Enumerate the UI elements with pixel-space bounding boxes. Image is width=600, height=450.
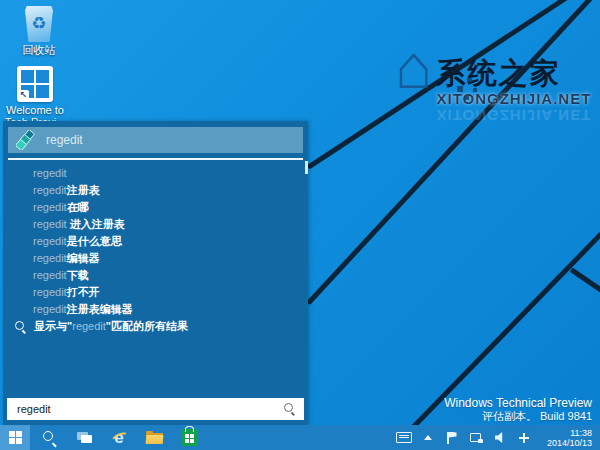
- search-icon: [15, 321, 26, 332]
- windows-logo-icon: [9, 431, 22, 444]
- volume-button[interactable]: [492, 425, 508, 450]
- suggestion-item[interactable]: regedit 编辑器: [3, 250, 308, 267]
- selected-search-result[interactable]: regedit: [8, 127, 303, 153]
- input-indicator-icon: [519, 433, 529, 443]
- speaker-icon: [495, 432, 506, 443]
- product-name: Windows Technical Preview: [444, 396, 592, 410]
- store-button[interactable]: [178, 425, 200, 450]
- house-logo-icon: ⌂: [395, 36, 432, 98]
- flag-icon: [447, 432, 457, 444]
- internet-explorer-button[interactable]: e: [108, 425, 130, 450]
- wallpaper-beam: [570, 267, 600, 295]
- panel-separator: [8, 158, 303, 160]
- suggestion-item[interactable]: regedit 打不开: [3, 284, 308, 301]
- suggestion-item[interactable]: regedit 下载: [3, 267, 308, 284]
- search-box: [7, 398, 304, 420]
- recycle-bin-label: 回收站: [8, 44, 70, 56]
- suggestion-item[interactable]: regedit 是什么意思: [3, 233, 308, 250]
- suggestion-item[interactable]: regedit 注册表: [3, 182, 308, 199]
- recycle-bin-icon: ♻: [25, 6, 53, 42]
- folder-icon: [146, 431, 163, 444]
- start-button[interactable]: [0, 425, 30, 450]
- search-input[interactable]: [7, 398, 304, 420]
- clock-time: 11:38: [540, 428, 592, 438]
- watermark-reflection: XITONGZHIJIA.NET: [436, 107, 591, 124]
- clock-date: 2014/10/13: [540, 438, 592, 448]
- action-center-button[interactable]: [444, 425, 460, 450]
- selected-result-label: regedit: [46, 133, 83, 147]
- shortcut-arrow-icon: ↖: [18, 90, 29, 101]
- input-indicator-button[interactable]: [516, 425, 532, 450]
- suggestion-item[interactable]: regedit 进入注册表: [3, 216, 308, 233]
- pixel-decor: [465, 96, 469, 100]
- store-icon: [181, 429, 198, 446]
- taskbar-clock[interactable]: 11:38 2014/10/13: [540, 428, 596, 448]
- touch-keyboard-button[interactable]: [396, 425, 412, 450]
- pixel-decor: [473, 88, 477, 92]
- build-watermark: Windows Technical Preview 评估副本。 Build 98…: [444, 396, 592, 423]
- desktop-icon-recycle-bin[interactable]: ♻ 回收站: [8, 6, 70, 56]
- suggestion-item[interactable]: regedit 在哪: [3, 199, 308, 216]
- search-submit-icon[interactable]: [284, 403, 295, 414]
- windows-tile-icon: ↖: [17, 66, 53, 102]
- suggestion-list: regedit regedit 注册表 regedit 在哪 regedit 进…: [3, 165, 308, 335]
- desktop-icon-welcome[interactable]: ↖ Welcome to Tech Previ...: [4, 66, 66, 128]
- network-icon: [470, 433, 483, 443]
- chevron-up-icon: [424, 435, 432, 440]
- pixel-decor: [467, 78, 472, 83]
- watermark-title: 系统之家: [436, 56, 591, 90]
- search-panel: regedit regedit regedit 注册表 regedit 在哪 r…: [3, 121, 308, 425]
- suggestion-item[interactable]: regedit: [3, 165, 308, 182]
- search-icon: [43, 431, 53, 441]
- show-hidden-icons-button[interactable]: [420, 425, 436, 450]
- keyboard-icon: [396, 432, 412, 443]
- taskbar: e 11:38 2014/10/13: [0, 425, 600, 450]
- task-view-button[interactable]: [73, 425, 95, 450]
- site-watermark: ⌂ 系统之家 XITONGZHIJIA.NET XITONGZHIJIA.NET: [395, 28, 600, 124]
- show-all-results[interactable]: 显示与"regedit"匹配的所有结果: [3, 318, 308, 335]
- network-button[interactable]: [468, 425, 484, 450]
- taskbar-search-button[interactable]: [38, 425, 60, 450]
- watermark-site: XITONGZHIJIA.NET: [436, 90, 591, 107]
- suggestion-item[interactable]: regedit 注册表编辑器: [3, 301, 308, 318]
- regedit-icon: [16, 130, 36, 150]
- pixel-decor: [457, 86, 463, 92]
- build-info: 评估副本。 Build 9841: [444, 410, 592, 423]
- file-explorer-button[interactable]: [143, 425, 165, 450]
